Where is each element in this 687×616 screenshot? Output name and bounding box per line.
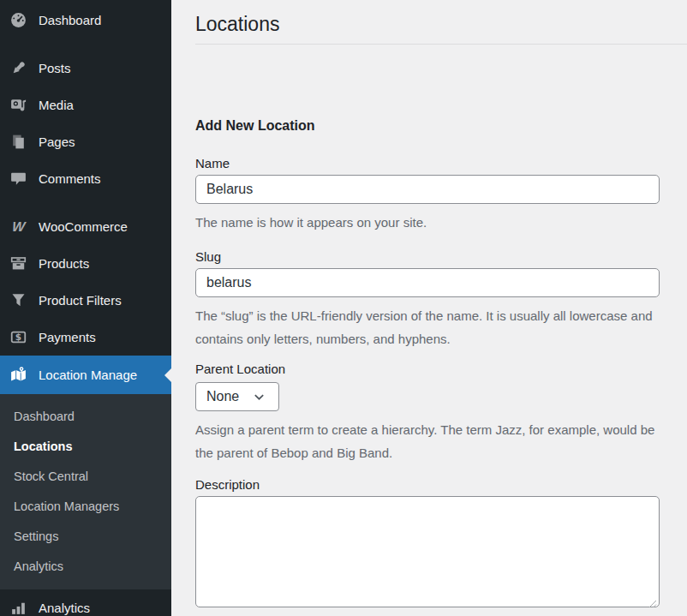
submenu-item-locations[interactable]: Locations	[0, 431, 171, 461]
name-label: Name	[195, 155, 687, 171]
textarea-resize-handle[interactable]	[648, 596, 657, 605]
submenu-item-label: Dashboard	[14, 410, 75, 423]
sidebar-item-products[interactable]: Products	[0, 245, 171, 282]
current-menu-arrow	[158, 368, 171, 382]
admin-sidebar: Dashboard Posts Media Pages Commen	[0, 0, 171, 616]
sidebar-item-label: Dashboard	[39, 13, 101, 27]
slug-input[interactable]	[195, 268, 660, 297]
sidebar-item-product-filters[interactable]: Product Filters	[0, 282, 171, 319]
submenu-item-label: Stock Central	[14, 469, 88, 483]
description-label: Description	[195, 476, 687, 493]
selected-option-label: None	[206, 389, 239, 404]
sidebar-item-label: Comments	[39, 171, 101, 186]
name-input[interactable]	[195, 175, 660, 204]
slug-help-text: The “slug” is the URL-friendly version o…	[195, 304, 660, 350]
parent-location-field-group: Parent Location None Assign a parent ter…	[195, 361, 687, 464]
sidebar-item-pages[interactable]: Pages	[0, 123, 171, 160]
media-camera-icon	[9, 96, 27, 114]
menu-separator	[0, 197, 171, 208]
submenu-item-stock-central[interactable]: Stock Central	[0, 461, 171, 491]
pushpin-icon	[9, 59, 27, 77]
sidebar-item-comments[interactable]: Comments	[0, 160, 171, 197]
sidebar-item-media[interactable]: Media	[0, 87, 171, 123]
form-heading: Add New Location	[195, 117, 687, 135]
comment-bubble-icon	[9, 170, 27, 188]
submenu-item-label: Analytics	[14, 559, 63, 573]
sidebar-item-location-manager[interactable]: Location Manage	[0, 356, 171, 394]
submenu-item-label: Location Managers	[14, 499, 119, 513]
description-textarea[interactable]	[195, 496, 660, 607]
sidebar-item-label: Location Manage	[39, 368, 137, 382]
name-help-text: The name is how it appears on your site.	[195, 211, 660, 234]
parent-location-label: Parent Location	[195, 361, 687, 377]
slug-field-group: Slug The “slug” is the URL-friendly vers…	[195, 248, 687, 350]
payments-dollar-icon: $	[9, 328, 27, 346]
main-content: Locations Add New Location Name The name…	[171, 0, 687, 616]
product-box-icon	[9, 254, 27, 272]
description-textarea-wrap	[195, 496, 660, 607]
sidebar-item-label: Product Filters	[39, 293, 122, 308]
header-divider	[195, 44, 687, 45]
sidebar-item-label: Products	[39, 256, 89, 271]
description-field-group: Description	[195, 476, 687, 607]
submenu-item-label: Settings	[14, 529, 58, 543]
bar-chart-icon	[9, 599, 27, 616]
woocommerce-w-icon: W	[9, 218, 27, 236]
submenu-item-location-managers[interactable]: Location Managers	[0, 491, 171, 521]
filter-funnel-icon	[9, 291, 27, 309]
submenu-item-settings[interactable]: Settings	[0, 521, 171, 551]
chevron-down-icon	[253, 391, 266, 404]
sidebar-item-label: Media	[39, 98, 74, 112]
submenu-item-analytics[interactable]: Analytics	[0, 551, 171, 581]
name-field-group: Name The name is how it appears on your …	[195, 155, 687, 234]
sidebar-item-woocommerce[interactable]: W WooCommerce	[0, 208, 171, 245]
svg-text:$: $	[15, 332, 21, 342]
sidebar-item-label: Payments	[39, 330, 96, 344]
sidebar-item-posts[interactable]: Posts	[0, 50, 171, 87]
sidebar-item-analytics[interactable]: Analytics	[0, 589, 171, 616]
menu-separator	[0, 39, 171, 50]
add-location-form: Add New Location Name The name is how it…	[195, 117, 687, 607]
pages-stack-icon	[9, 133, 27, 151]
wordpress-admin: Dashboard Posts Media Pages Commen	[0, 0, 687, 616]
sidebar-item-label: Analytics	[39, 601, 90, 615]
submenu-item-label: Locations	[14, 440, 72, 453]
dashboard-gauge-icon	[9, 11, 27, 29]
parent-location-select[interactable]: None	[195, 382, 279, 411]
parent-location-help-text: Assign a parent term to create a hierarc…	[195, 418, 660, 464]
location-manager-submenu: Dashboard Locations Stock Central Locati…	[0, 394, 171, 589]
sidebar-item-dashboard[interactable]: Dashboard	[0, 2, 171, 39]
page-title: Locations	[195, 0, 687, 37]
map-pin-icon	[9, 366, 27, 384]
slug-label: Slug	[195, 248, 687, 265]
sidebar-item-label: Pages	[39, 135, 75, 149]
submenu-item-dashboard[interactable]: Dashboard	[0, 401, 171, 431]
sidebar-item-label: Posts	[39, 61, 71, 75]
sidebar-item-payments[interactable]: $ Payments	[0, 319, 171, 356]
sidebar-item-label: WooCommerce	[39, 219, 128, 234]
